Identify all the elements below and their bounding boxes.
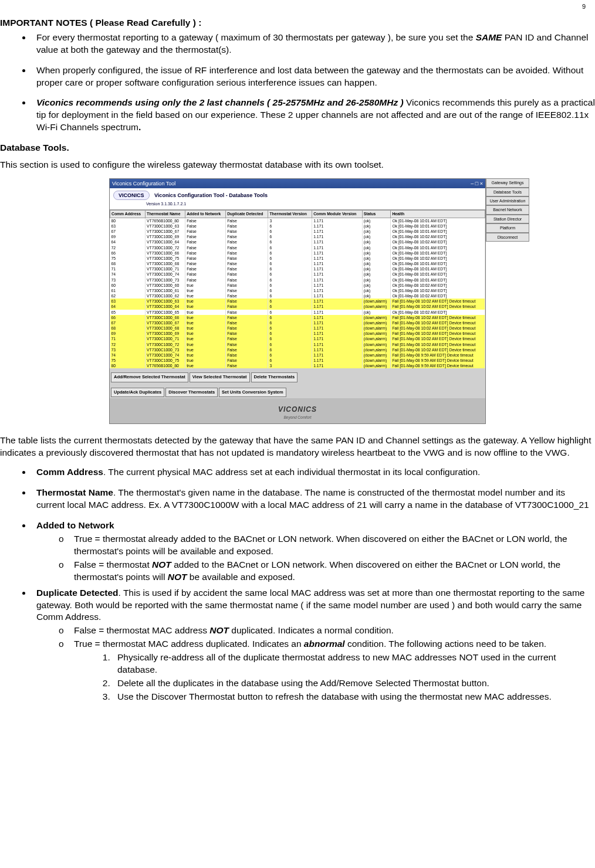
window-controls-icon: – □ × [471,180,483,187]
ss-cell: true [185,331,226,336]
ss-cell: true [185,299,226,304]
ss-cell: (ok) [362,261,391,266]
ss-cell: 6 [268,336,312,341]
ss-action-button[interactable]: Update/Ack Duplicates [111,388,164,397]
ss-action-button[interactable]: Set Units Conversion System [219,388,286,397]
ss-cell: (ok) [362,223,391,229]
ss-cell: False [185,272,226,277]
ss-cell: 80 [110,363,146,368]
ss-cell: (ok) [362,256,391,261]
field-thermostat-name: Thermostat Name. The thermostat's given … [32,487,595,511]
ss-cell: 62 [110,293,146,299]
ss-cell: 6 [268,352,312,358]
ss-row: 71VT7300C1000_71FalseFalse61.171(ok)Ok [… [110,266,485,272]
ss-side-button[interactable]: Database Tools [486,188,529,196]
ss-cell: False [185,234,226,239]
emphasis: NOT [152,560,171,569]
ss-column-header: Comm Address [110,211,146,218]
ss-cell: 1.171 [312,261,362,266]
ss-cell: 3 [268,363,312,368]
ss-cell: Ok [01-May-08 10:01 AM EDT] [391,277,485,283]
ss-cell: False [226,283,268,288]
ss-cell: 6 [268,223,312,229]
ss-cell: 71 [110,336,146,341]
field-text: . The thermostat's given name in the dat… [36,487,589,510]
ss-cell: Fail [01-May-08 9:59 AM EDT] Device time… [391,358,485,363]
ss-cell: False [226,266,268,272]
ss-cell: False [226,239,268,245]
ss-cell: VT7300C1000_69 [146,331,185,336]
ss-cell: Ok [01-May-08 10:01 AM EDT] [391,229,485,234]
ss-row: 67VT7300C1000_67FalseFalse61.171(ok)Ok [… [110,229,485,234]
ss-side-button[interactable]: Bacnet Network [486,205,529,214]
emphasis: NOT [168,572,187,582]
ss-action-button[interactable]: View Selected Thermostat [190,372,250,382]
ss-action-button[interactable]: Delete Thermostats [251,372,298,382]
ss-row: 74VT7300C1000_74trueFalse61.171(down,ala… [110,352,485,358]
ss-cell: 6 [268,256,312,261]
ss-cell: 1.171 [312,299,362,304]
ss-cell: 1.171 [312,347,362,352]
ss-cell: Ok [01-May-08 10:01 AM EDT] [391,261,485,266]
ss-brand: VICONICS [113,191,150,200]
ss-cell: 6 [268,331,312,336]
ss-cell: (down,alarm) [362,352,391,358]
ss-cell: False [185,261,226,266]
ss-cell: Fail [01-May-08 10:02 AM EDT] Device tim… [391,342,485,347]
ss-cell: (ok) [362,234,391,239]
ss-cell: VT7300C1000_61 [146,288,185,293]
ss-cell: False [226,299,268,304]
ss-cell: 64 [110,239,146,245]
important-item: Viconics recommends using only the 2 las… [32,97,595,134]
ss-cell: Ok [01-May-08 10:02 AM EDT] [391,310,485,315]
ss-side-button[interactable]: Disconnect [486,233,529,242]
ss-cell: 66 [110,315,146,320]
ss-row: 64VT7300C1000_64FalseFalse61.171(ok)Ok [… [110,239,485,245]
ss-cell: False [226,250,268,256]
ss-side-button[interactable]: Platform [486,223,529,232]
ss-cell: 1.171 [312,331,362,336]
ss-cell: 69 [110,234,146,239]
ss-cell: False [185,277,226,283]
ss-action-button[interactable]: Discover Thermostats [165,388,218,397]
field-title: Comm Address [36,467,103,477]
ss-side-button[interactable]: Gateway Settings [486,178,529,187]
ss-side-button[interactable]: User Administration [486,196,529,205]
ss-cell: 6 [268,304,312,309]
ss-row: 62VT7300C1000_62trueFalse61.171(ok)Ok [0… [110,293,485,299]
ss-cell: true [185,304,226,309]
ss-cell: VT7300C1000_63 [146,299,185,304]
ss-cell: False [226,336,268,341]
ss-cell: VT7300C1000_66 [146,250,185,256]
ss-cell: (ok) [362,250,391,256]
db-heading: Database Tools. [0,142,595,154]
ss-cell: 1.171 [312,245,362,250]
ss-cell: 6 [268,283,312,288]
ss-cell: False [185,218,226,223]
ss-cell: 1.171 [312,272,362,277]
ss-cell: 6 [268,245,312,250]
ss-button-row: Add/Remove Selected ThermostatView Selec… [110,368,485,383]
ss-cell: 6 [268,261,312,266]
ss-cell: VT7656B1000_80 [146,363,185,368]
ss-cell: Fail [01-May-08 10:02 AM EDT] Device tim… [391,331,485,336]
ss-logo-area: VICONICS Beyond Comfort [110,398,485,424]
ss-side-button[interactable]: Station Director [486,215,529,223]
ss-cell: VT7656B1000_80 [146,218,185,223]
ss-action-button[interactable]: Add/Remove Selected Thermostat [111,372,188,382]
ss-cell: 1.171 [312,304,362,309]
ss-cell: 6 [268,310,312,315]
ss-cell: 6 [268,293,312,299]
dup-true: True = thermostat MAC address duplicated… [59,638,595,703]
ss-cell: (down,alarm) [362,363,391,368]
important-item: For every thermostat reporting to a gate… [32,32,595,56]
ss-cell: VT7300C1000_75 [146,358,185,363]
ss-cell: 1.171 [312,229,362,234]
ss-cell: Ok [01-May-08 10:02 AM EDT] [391,256,485,261]
ss-cell: VT7300C1000_73 [146,277,185,283]
ss-row: 65VT7300C1000_65trueFalse61.171(ok)Ok [0… [110,310,485,315]
ss-cell: 6 [268,266,312,272]
ss-row: 63VT7300C1000_63FalseFalse61.171(ok)Ok [… [110,223,485,229]
ss-cell: 75 [110,256,146,261]
ss-row: 67VT7300C1000_67trueFalse61.171(down,ala… [110,320,485,326]
